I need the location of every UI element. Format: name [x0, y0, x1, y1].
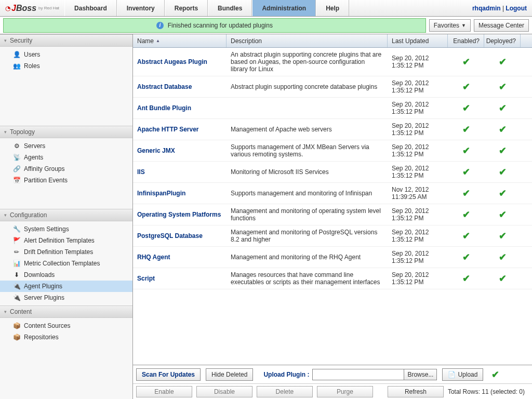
nav-tab-reports[interactable]: Reports [165, 0, 208, 16]
top-bar: ◔ JBoss by Red Hat DashboardInventoryRep… [0, 0, 532, 17]
plugin-last-updated: Sep 20, 20121:35:12 PM [388, 165, 448, 179]
col-header-deployed[interactable]: Deployed? [484, 34, 521, 47]
flag-icon: 🚩 [12, 236, 21, 245]
sidebar-item-partition-events[interactable]: 📅Partition Events [0, 175, 132, 186]
sidebar-item-roles[interactable]: 👥Roles [0, 60, 132, 72]
chevron-down-icon: ▾ [4, 38, 7, 43]
plugin-enabled: ✔ [448, 81, 484, 92]
sidebar-item-alert-definition-templates[interactable]: 🚩Alert Definition Templates [0, 235, 132, 246]
table-row[interactable]: ScriptManages resources that have comman… [133, 268, 532, 289]
info-bar: i Finished scanning for updated plugins … [0, 17, 532, 34]
table-row[interactable]: Operating System PlatformsManagement and… [133, 204, 532, 225]
check-icon: ✔ [462, 252, 470, 262]
sidebar-item-content-sources[interactable]: 📦Content Sources [0, 320, 132, 331]
plugin-deployed: ✔ [484, 166, 521, 178]
wrench-icon: 🔧 [12, 225, 21, 233]
sidebar-item-repositories[interactable]: 📦Repositories [0, 331, 132, 343]
section-security[interactable]: ▾Security [0, 34, 132, 47]
sidebar-item-affinity-groups[interactable]: 🔗Affinity Groups [0, 163, 132, 175]
section-content[interactable]: ▾Content [0, 305, 132, 318]
col-header-name[interactable]: Name▲ [133, 34, 227, 47]
refresh-button[interactable]: Refresh [388, 386, 444, 397]
plugin-name-link[interactable]: Abstract Augeas Plugin [133, 58, 227, 65]
username-link[interactable]: rhqadmin [472, 5, 501, 12]
plugin-last-updated: Sep 20, 20121:35:12 PM [388, 207, 448, 222]
favorites-button[interactable]: Favorites▼ [429, 19, 471, 32]
col-header-description[interactable]: Description [227, 34, 388, 47]
col-header-last-updated[interactable]: Last Updated [388, 34, 448, 47]
check-icon: ✔ [499, 103, 507, 113]
plugin-name-link[interactable]: Generic JMX [133, 147, 227, 154]
nav-tab-help[interactable]: Help [316, 0, 349, 16]
plugin-enabled: ✔ [448, 102, 484, 114]
plugin-name-link[interactable]: RHQ Agent [133, 254, 227, 261]
plugin-enabled: ✔ [448, 273, 484, 284]
plugin-name-link[interactable]: Abstract Database [133, 83, 227, 90]
message-center-button[interactable]: Message Center [474, 19, 529, 32]
check-icon: ✔ [462, 273, 470, 284]
purge-button[interactable]: Purge [317, 386, 373, 397]
sidebar-item-label: Downloads [24, 271, 55, 278]
table-row[interactable]: RHQ AgentManagement and monitoring of th… [133, 247, 532, 268]
check-icon: ✔ [499, 82, 507, 92]
delete-button[interactable]: Delete [257, 386, 313, 397]
plugin-name-link[interactable]: InfinispanPlugin [133, 190, 227, 197]
plugin-name-link[interactable]: Apache HTTP Server [133, 126, 227, 133]
upload-button[interactable]: 📄 Upload [442, 368, 483, 381]
check-icon: ✔ [499, 252, 507, 262]
browse-button[interactable]: Browse... [404, 369, 436, 380]
table-row[interactable]: PostgreSQL DatabaseManagement and monito… [133, 225, 532, 247]
nav-tab-administration[interactable]: Administration [252, 0, 316, 16]
grid-body[interactable]: Abstract Augeas PluginAn abstract plugin… [133, 48, 532, 365]
table-row[interactable]: Abstract DatabaseAbstract plugin support… [133, 76, 532, 98]
row-totals: Total Rows: 11 (selected: 0) [448, 388, 529, 395]
enable-button[interactable]: Enable [136, 386, 192, 397]
action-toolbar: Scan For Updates Hide Deleted Upload Plu… [133, 365, 532, 383]
hide-deleted-button[interactable]: Hide Deleted [206, 368, 253, 381]
logout-link[interactable]: Logout [506, 5, 527, 12]
table-row[interactable]: Ant Bundle PluginSep 20, 20121:35:12 PM✔… [133, 98, 532, 119]
table-row[interactable]: Generic JMXSupports management of JMX MB… [133, 140, 532, 162]
upload-icon: 📄 [448, 371, 456, 378]
col-header-enabled[interactable]: Enabled? [448, 34, 484, 47]
nav-tab-dashboard[interactable]: Dashboard [64, 0, 117, 16]
sidebar-item-server-plugins[interactable]: 🔌Server Plugins [0, 292, 132, 303]
nav-tab-bundles[interactable]: Bundles [208, 0, 252, 16]
scan-updates-button[interactable]: Scan For Updates [136, 368, 201, 381]
table-row[interactable]: Abstract Augeas PluginAn abstract plugin… [133, 48, 532, 76]
check-icon: ✔ [499, 145, 507, 156]
table-row[interactable]: Apache HTTP ServerManagement of Apache w… [133, 119, 532, 140]
sidebar-item-label: Users [24, 51, 40, 58]
section-configuration[interactable]: ▾Configuration [0, 209, 132, 221]
sidebar-item-system-settings[interactable]: 🔧System Settings [0, 223, 132, 235]
disable-button[interactable]: Disable [196, 386, 252, 397]
check-icon: ✔ [499, 57, 507, 67]
check-icon: ✔ [499, 188, 507, 198]
sidebar-item-agent-plugins[interactable]: 🔌Agent Plugins [0, 281, 132, 292]
upload-file-text[interactable] [313, 369, 404, 380]
sidebar-item-servers[interactable]: ⚙Servers [0, 140, 132, 152]
sidebar-item-label: Alert Definition Templates [24, 237, 95, 244]
plugin-last-updated: Sep 20, 20121:35:12 PM [388, 229, 448, 243]
upload-file-input[interactable]: Browse... [312, 369, 437, 380]
plugin-name-link[interactable]: IIS [133, 168, 227, 176]
plugin-deployed: ✔ [484, 145, 521, 156]
plugin-name-link[interactable]: Script [133, 275, 227, 282]
sidebar-item-drift-definition-templates[interactable]: ✏Drift Definition Templates [0, 246, 132, 258]
section-topology[interactable]: ▾Topology [0, 126, 132, 138]
sidebar-item-agents[interactable]: 📡Agents [0, 152, 132, 163]
sidebar-item-metric-collection-templates[interactable]: 📊Metric Collection Templates [0, 258, 132, 269]
table-row[interactable]: IISMonitoring of Microsoft IIS ServicesS… [133, 162, 532, 183]
table-row[interactable]: InfinispanPluginSupports management and … [133, 183, 532, 204]
plugin-name-link[interactable]: Ant Bundle Plugin [133, 104, 227, 112]
section-label: Content [10, 308, 32, 315]
sidebar-item-downloads[interactable]: ⬇Downloads [0, 269, 132, 281]
sidebar-item-users[interactable]: 👤Users [0, 49, 132, 60]
plugin-name-link[interactable]: PostgreSQL Database [133, 232, 227, 240]
plugin-last-updated: Sep 20, 20121:35:12 PM [388, 122, 448, 137]
nav-tab-inventory[interactable]: Inventory [117, 0, 165, 16]
plugin-deployed: ✔ [484, 209, 521, 220]
check-icon: ✔ [462, 188, 470, 198]
plugin-name-link[interactable]: Operating System Platforms [133, 211, 227, 218]
roles-icon: 👥 [12, 62, 21, 70]
